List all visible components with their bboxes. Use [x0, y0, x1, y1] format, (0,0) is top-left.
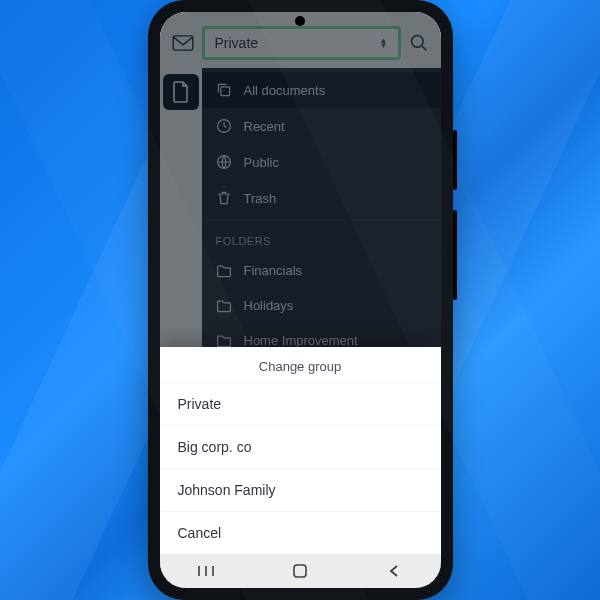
phone-side-button	[453, 130, 457, 190]
phone-side-button	[453, 210, 457, 300]
app-root: Private ▲▼	[160, 12, 441, 588]
nav-recents-button[interactable]	[186, 564, 226, 578]
group-option-label: Big corp. co	[178, 439, 252, 455]
cancel-label: Cancel	[178, 525, 222, 541]
group-option-label: Private	[178, 396, 222, 412]
cancel-button[interactable]: Cancel	[160, 511, 441, 554]
sheet-title: Change group	[160, 347, 441, 382]
group-option[interactable]: Johnson Family	[160, 468, 441, 511]
group-option[interactable]: Private	[160, 382, 441, 425]
android-nav-bar	[160, 554, 441, 588]
phone-frame: Private ▲▼	[148, 0, 453, 600]
group-option-label: Johnson Family	[178, 482, 276, 498]
group-option[interactable]: Big corp. co	[160, 425, 441, 468]
change-group-sheet: Change group Private Big corp. co Johnso…	[160, 347, 441, 554]
nav-home-button[interactable]	[280, 563, 320, 579]
nav-back-button[interactable]	[374, 564, 414, 578]
svg-rect-5	[294, 565, 306, 577]
phone-camera	[295, 16, 305, 26]
wallpaper: Private ▲▼	[0, 0, 600, 600]
phone-screen: Private ▲▼	[160, 12, 441, 588]
